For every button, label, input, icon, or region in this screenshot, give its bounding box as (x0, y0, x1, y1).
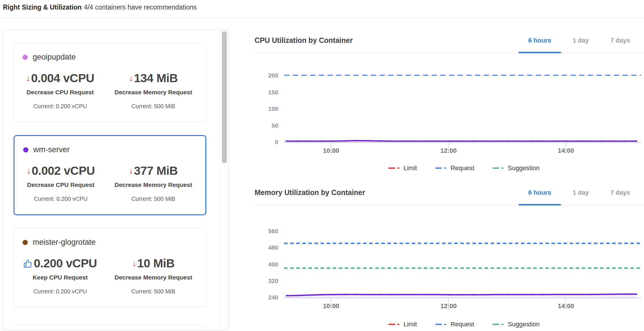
svg-text:10:00: 10:00 (323, 147, 339, 154)
legend-dash-icon (435, 323, 447, 326)
recommendation-action: Decrease CPU Request (27, 181, 94, 188)
thumbs-up-icon (23, 259, 32, 268)
current-value: Current: 500 MiB (131, 196, 175, 202)
svg-text:150: 150 (268, 89, 278, 95)
legend-label: Request (450, 164, 474, 172)
scrollbar-track[interactable] (220, 30, 229, 330)
tab-6-hours[interactable]: 6 hours (518, 180, 561, 205)
recommended-value: 10 MiB (137, 257, 174, 270)
legend-dash-icon (388, 323, 400, 326)
recommendation-action: Decrease Memory Request (115, 181, 192, 188)
container-list-panel: geoipupdate ↓ 0.004 vCPU Decrease CPU Re… (2, 30, 229, 330)
recommended-value: 0.004 vCPU (31, 71, 94, 85)
cpu-chart-header: CPU Utilization by Container 6 hours1 da… (255, 28, 644, 53)
cpu-recommendation: 0.200 vCPU Keep CPU Request Current: 0.2… (17, 257, 104, 295)
legend-label: Suggestion (508, 321, 540, 328)
recommendation-action: Decrease CPU Request (27, 89, 94, 96)
container-card-partial[interactable] (14, 324, 206, 330)
tab-7-days[interactable]: 7 days (601, 28, 640, 53)
page-subtitle: 4/4 containers have recommendations (84, 3, 197, 11)
container-card-wm-server[interactable]: wm-server ↓ 0.002 vCPU Decrease CPU Requ… (14, 135, 206, 215)
recommendation-metrics: ↓ 0.002 vCPU Decrease CPU Request Curren… (14, 164, 205, 202)
container-color-dot (23, 240, 28, 245)
svg-text:10:00: 10:00 (323, 302, 339, 310)
svg-text:0: 0 (275, 139, 278, 145)
legend-dash-icon (388, 167, 400, 170)
tab-1-day[interactable]: 1 day (563, 28, 599, 53)
cpu-chart-section: CPU Utilization by Container 6 hours1 da… (255, 28, 644, 172)
header-divider (0, 18, 644, 18)
svg-text:12:00: 12:00 (440, 302, 457, 310)
decrease-arrow-icon: ↓ (129, 74, 133, 82)
cpu-recommendation: ↓ 0.004 vCPU Decrease CPU Request Curren… (17, 71, 104, 110)
container-card-meister-glogrotate[interactable]: meister-glogrotate 0.200 vCPU Keep CPU R… (14, 228, 206, 307)
container-name: wm-server (33, 145, 70, 154)
legend-dash-icon (492, 167, 504, 170)
cpu-chart-legend: LimitRequestSuggestion (255, 164, 644, 172)
current-value: Current: 500 MiB (131, 103, 175, 110)
memory-chart-legend: LimitRequestSuggestion (255, 321, 644, 328)
cpu-chart-plot[interactable]: 05010015020010:0012:0014:00 (255, 61, 644, 156)
container-name: meister-glogrotate (33, 238, 96, 247)
recommendation-metrics: ↓ 0.004 vCPU Decrease CPU Request Curren… (14, 71, 206, 110)
legend-label: Limit (404, 321, 417, 328)
memory-recommendation: ↓ 134 MiB Decrease Memory Request Curren… (104, 71, 203, 110)
recommendation-action: Decrease Memory Request (115, 89, 192, 96)
cpu-recommendation: ↓ 0.002 vCPU Decrease CPU Request Curren… (17, 164, 104, 202)
memory-chart-plot[interactable]: 24032040048056010:0012:0014:00 (255, 217, 644, 312)
legend-dash-icon (492, 323, 504, 326)
memory-recommendation: ↓ 377 MiB Decrease Memory Request Curren… (104, 164, 203, 202)
page-header: Right Sizing & Utilization4/4 containers… (3, 3, 197, 11)
container-card-header: geoipupdate (23, 53, 206, 62)
recommendation-metrics: 0.200 vCPU Keep CPU Request Current: 0.2… (14, 257, 206, 295)
memory-recommendation: ↓ 10 MiB Decrease Memory Request Current… (104, 257, 203, 295)
tab-7-days[interactable]: 7 days (601, 180, 640, 205)
legend-item-suggestion[interactable]: Suggestion (492, 164, 540, 172)
cpu-time-range-tabs: 6 hours1 day7 days (517, 28, 640, 53)
recommended-value: 377 MiB (134, 164, 178, 178)
legend-item-request[interactable]: Request (435, 321, 474, 328)
legend-dash-icon (435, 167, 447, 170)
svg-text:50: 50 (272, 122, 278, 129)
decrease-arrow-icon: ↓ (27, 167, 31, 175)
scrollbar-thumb[interactable] (222, 31, 227, 163)
legend-item-limit[interactable]: Limit (388, 321, 417, 328)
svg-text:14:00: 14:00 (558, 302, 574, 310)
recommended-value: 134 MiB (134, 71, 178, 85)
container-card-header: meister-glogrotate (23, 238, 206, 247)
memory-chart-title: Memory Utilization by Container (255, 188, 365, 197)
container-color-dot (23, 147, 28, 152)
legend-label: Request (450, 321, 474, 328)
decrease-arrow-icon: ↓ (132, 259, 137, 268)
container-card-header: wm-server (23, 145, 205, 154)
current-value: Current: 0.200 vCPU (34, 196, 88, 202)
legend-label: Limit (404, 164, 417, 172)
memory-chart-header: Memory Utilization by Container 6 hours1… (255, 180, 644, 205)
memory-chart-section: Memory Utilization by Container 6 hours1… (255, 180, 644, 328)
current-value: Current: 0.200 vCPU (33, 288, 87, 295)
current-value: Current: 0.200 vCPU (33, 103, 87, 110)
svg-text:480: 480 (268, 244, 278, 251)
legend-item-request[interactable]: Request (435, 164, 474, 172)
recommended-value: 0.200 vCPU (34, 257, 97, 270)
svg-text:320: 320 (268, 277, 278, 284)
tab-6-hours[interactable]: 6 hours (518, 28, 561, 53)
tab-1-day[interactable]: 1 day (563, 180, 599, 205)
svg-text:200: 200 (268, 72, 278, 79)
page-title: Right Sizing & Utilization (3, 3, 82, 11)
decrease-arrow-icon: ↓ (26, 74, 30, 82)
legend-label: Suggestion (508, 164, 540, 172)
cpu-chart-title: CPU Utilization by Container (255, 36, 353, 45)
legend-item-limit[interactable]: Limit (388, 164, 417, 172)
svg-text:12:00: 12:00 (440, 147, 457, 154)
legend-item-suggestion[interactable]: Suggestion (492, 321, 540, 328)
memory-time-range-tabs: 6 hours1 day7 days (517, 180, 640, 205)
recommendation-action: Decrease Memory Request (115, 274, 192, 281)
svg-text:100: 100 (268, 105, 278, 112)
svg-text:400: 400 (268, 261, 278, 268)
svg-text:14:00: 14:00 (558, 147, 574, 154)
container-name: geoipupdate (33, 53, 76, 62)
svg-text:560: 560 (268, 228, 278, 234)
container-card-geoipupdate[interactable]: geoipupdate ↓ 0.004 vCPU Decrease CPU Re… (14, 43, 206, 122)
recommendation-action: Keep CPU Request (33, 274, 88, 281)
